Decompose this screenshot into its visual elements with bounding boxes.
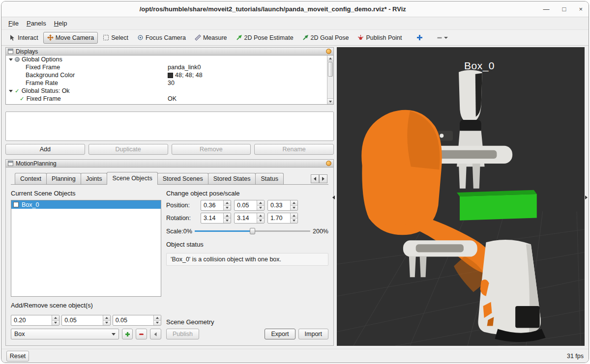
focus-camera-tool-button[interactable]: Focus Camera — [133, 32, 190, 44]
scene-objects-list[interactable]: Box_0 — [11, 200, 161, 297]
position-z-spinbox[interactable] — [267, 200, 298, 211]
export-button[interactable]: Export — [265, 329, 295, 339]
maximize-icon[interactable]: □ — [562, 6, 566, 12]
publish-point-tool-button[interactable]: Publish Point — [354, 32, 406, 44]
dim-x-spinbox[interactable] — [11, 315, 59, 326]
tab-stored-scenes[interactable]: Stored Scenes — [157, 173, 208, 184]
tree-row[interactable]: Background Color 48; 48; 48 — [6, 71, 327, 79]
rotation-x-spinbox[interactable] — [201, 213, 231, 224]
expander-icon[interactable] — [9, 90, 13, 92]
panel-config-button[interactable] — [326, 49, 331, 54]
step-down-icon[interactable] — [52, 320, 59, 326]
move-camera-tool-button[interactable]: Move Camera — [43, 32, 98, 44]
position-y-spinbox[interactable] — [234, 200, 265, 211]
reset-button[interactable]: Reset — [6, 351, 29, 362]
dim-z-spinbox[interactable] — [113, 315, 161, 326]
step-down-icon[interactable] — [103, 320, 110, 326]
scroll-down-icon[interactable] — [327, 98, 333, 104]
step-down-icon[interactable] — [291, 218, 297, 224]
tab-joints[interactable]: Joints — [81, 173, 108, 184]
tab-scroll-left-icon[interactable] — [311, 174, 319, 183]
rotation-z-spinbox[interactable] — [267, 213, 298, 224]
add-object-button[interactable] — [122, 329, 133, 339]
tree-row[interactable]: Fixed Frame panda_link0 — [6, 63, 327, 71]
scrollbar-thumb[interactable] — [328, 62, 333, 77]
select-tool-button[interactable]: Select — [99, 32, 132, 44]
step-up-icon[interactable] — [154, 315, 161, 320]
step-down-icon[interactable] — [291, 205, 297, 211]
menu-file[interactable]: File — [4, 18, 23, 28]
3d-viewport[interactable]: Box_0 — [337, 47, 585, 346]
motionplanning-panel-header[interactable]: MotionPlanning — [5, 159, 334, 168]
duplicate-button[interactable]: Duplicate — [88, 144, 168, 155]
step-up-icon[interactable] — [52, 315, 59, 320]
add-tool-button[interactable] — [413, 32, 426, 43]
step-down-icon[interactable] — [224, 205, 231, 211]
object-checkbox[interactable] — [13, 202, 19, 207]
step-down-icon[interactable] — [257, 218, 264, 224]
dim-y-input[interactable] — [62, 315, 102, 325]
displays-panel-header[interactable]: Displays — [5, 47, 334, 56]
rotation-x-input[interactable] — [201, 213, 223, 223]
tree-row[interactable]: Global Options — [6, 56, 327, 63]
publish-button[interactable]: Publish — [166, 329, 199, 339]
titlebar[interactable]: /opt/ros/humble/share/moveit2_tutorials/… — [1, 1, 589, 17]
rotation-z-input[interactable] — [268, 213, 290, 223]
interact-tool-button[interactable]: Interact — [5, 32, 42, 44]
rotation-y-input[interactable] — [235, 213, 257, 223]
tree-row[interactable]: ✓ Fixed Frame OK — [6, 95, 327, 103]
step-up-icon[interactable] — [257, 213, 264, 218]
remove-object-button[interactable] — [136, 329, 147, 339]
dim-z-input[interactable] — [113, 315, 153, 325]
tab-stored-states[interactable]: Stored States — [208, 173, 256, 184]
step-up-icon[interactable] — [291, 213, 297, 218]
collapse-left-panel-handle[interactable] — [331, 193, 336, 202]
position-x-input[interactable] — [201, 200, 223, 210]
displays-tree[interactable]: Global Options Fixed Frame panda_link0 B… — [5, 56, 334, 105]
step-down-icon[interactable] — [257, 205, 264, 211]
undo-button[interactable] — [150, 329, 161, 339]
step-down-icon[interactable] — [154, 320, 161, 326]
step-up-icon[interactable] — [291, 200, 297, 205]
rotation-y-spinbox[interactable] — [234, 213, 265, 224]
background-color-value[interactable]: 48; 48; 48 — [168, 72, 327, 79]
tree-row[interactable]: Frame Rate 30 — [6, 79, 327, 87]
rename-button[interactable]: Rename — [254, 144, 334, 155]
frame-rate-value[interactable]: 30 — [168, 80, 327, 86]
add-button[interactable]: Add — [5, 144, 85, 155]
dim-y-spinbox[interactable] — [61, 315, 110, 326]
tab-scroll-right-icon[interactable] — [319, 174, 327, 183]
close-icon[interactable]: × — [579, 6, 583, 12]
step-down-icon[interactable] — [224, 218, 231, 224]
collision-box-object[interactable] — [457, 190, 537, 221]
tab-context[interactable]: Context — [15, 173, 47, 184]
expander-icon[interactable] — [9, 58, 13, 61]
tree-row[interactable]: ✓ Global Status: Ok — [6, 87, 327, 95]
scale-slider[interactable] — [195, 227, 310, 235]
remove-tool-button[interactable] — [434, 33, 451, 43]
tree-scrollbar[interactable] — [327, 56, 333, 104]
pose-estimate-tool-button[interactable]: 2D Pose Estimate — [232, 32, 297, 44]
slider-handle[interactable] — [250, 228, 255, 234]
step-up-icon[interactable] — [257, 200, 264, 205]
tab-scene-objects[interactable]: Scene Objects — [107, 172, 157, 185]
measure-tool-button[interactable]: Measure — [191, 32, 231, 44]
position-y-input[interactable] — [235, 200, 257, 210]
remove-button[interactable]: Remove — [172, 144, 251, 155]
menu-panels[interactable]: Panels — [23, 18, 50, 28]
dim-x-input[interactable] — [11, 315, 52, 325]
panel-config-button[interactable] — [326, 161, 331, 166]
fixed-frame-value[interactable]: panda_link0 — [168, 64, 327, 71]
tab-planning[interactable]: Planning — [46, 173, 81, 184]
import-button[interactable]: Import — [298, 329, 328, 339]
step-up-icon[interactable] — [103, 315, 110, 320]
collapse-right-panel-handle[interactable] — [584, 193, 589, 202]
step-up-icon[interactable] — [224, 213, 231, 218]
tab-status[interactable]: Status — [255, 173, 283, 184]
step-up-icon[interactable] — [224, 200, 231, 205]
goal-pose-tool-button[interactable]: 2D Goal Pose — [298, 32, 353, 44]
scroll-up-icon[interactable] — [327, 56, 333, 61]
minimize-icon[interactable]: — — [543, 6, 550, 12]
list-item-box0[interactable]: Box_0 — [11, 200, 161, 209]
shape-select[interactable]: Box — [11, 329, 119, 339]
